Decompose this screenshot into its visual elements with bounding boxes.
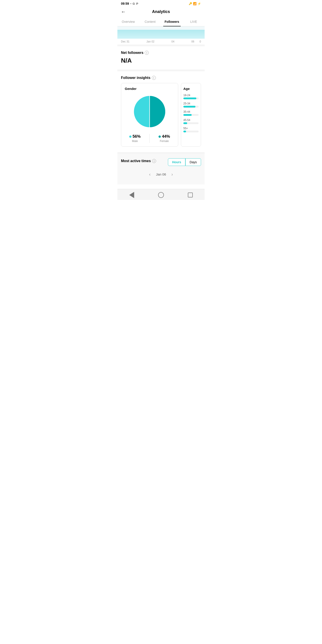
age-label-3: 45-54 [183,118,198,122]
male-percent: 56% [132,134,141,139]
age-label-1: 25-34 [183,102,198,105]
most-active-times-section: Most active times i Hours Days ‹ Jan 06 … [118,154,204,184]
age-rows: 18-24 25-34 35-44 [183,94,198,132]
back-button[interactable]: ← [121,9,126,15]
back-triangle-icon [129,192,134,198]
age-card-title: Age [183,87,198,90]
male-label: Male [132,140,138,143]
age-row-3: 45-54 [183,118,198,124]
chart-zero-label: 0 [200,40,201,43]
square-icon: ▪ [130,2,131,5]
net-followers-section: Net followers i N/A [118,46,204,70]
female-label: Female [160,140,169,143]
days-button[interactable]: Days [185,158,201,166]
age-label-4: 55+ [183,127,198,130]
legend-divider [149,134,150,143]
prev-date-button[interactable]: ‹ [149,172,151,177]
gender-card: Gender [121,83,178,147]
male-dot [129,136,132,138]
net-followers-value: N/A [121,57,201,64]
page-title: Analytics [152,10,170,14]
current-date-label: Jan 06 [156,172,166,176]
status-right-icons: 🔑 📶 ⚡ [189,2,201,5]
tab-content[interactable]: Content [139,17,161,26]
gender-card-title: Gender [125,87,174,90]
nav-recent-button[interactable] [188,192,193,198]
female-percent: 44% [162,134,170,139]
female-dot [158,136,161,138]
wifi-icon: 📶 [193,2,196,5]
google-icon: G [132,2,135,5]
pie-chart-container [125,94,174,130]
age-label-0: 18-24 [183,94,198,97]
age-row-0: 18-24 [183,94,198,99]
age-label-2: 35-44 [183,110,198,113]
section-divider-1 [118,44,204,46]
age-row-1: 25-34 [183,102,198,108]
p-icon: P [136,2,138,5]
chart-date-0: Dec 31 [121,40,130,43]
battery-icon: ⚡ [198,2,201,5]
female-legend: 44% Female [158,134,170,143]
age-bar-1 [183,106,196,108]
hours-button[interactable]: Hours [168,158,185,166]
bottom-nav-bar [118,189,204,200]
section-divider-3 [118,152,204,154]
age-bar-container-4 [183,130,198,132]
chart-date-2: 04 [172,40,174,43]
status-time: 09:59 ▪ G P [121,2,138,5]
nav-home-button[interactable] [158,192,164,198]
tab-overview[interactable]: Overview [118,17,139,26]
next-date-button[interactable]: › [172,172,173,177]
age-row-4: 55+ [183,127,198,132]
recent-square-icon [188,192,193,198]
tab-bar: Overview Content Followers LIVE [118,17,204,26]
age-bar-container-0 [183,98,198,99]
charts-row: Gender [121,83,201,147]
tab-followers[interactable]: Followers [161,17,183,26]
time-toggle-buttons: Hours Days [168,158,201,166]
follower-insights-title: Follower insights i [121,76,201,80]
age-bar-container-1 [183,106,198,108]
chart-dates: 0 Dec 31 Jan 02 04 06 [118,39,204,44]
net-followers-title: Net followers i [121,51,201,55]
most-active-header-row: Most active times i Hours Days [121,158,201,166]
section-divider-2 [118,70,204,71]
key-icon: 🔑 [189,2,192,5]
chart-date-1: Jan 02 [146,40,154,43]
age-bar-4 [183,130,186,132]
nav-back-button[interactable] [129,192,134,198]
followers-chart [118,26,204,39]
gender-pie-chart [132,94,168,130]
age-card: Age 18-24 25-34 35-44 [181,83,201,147]
most-active-info-icon[interactable]: i [152,159,156,163]
follower-insights-section: Follower insights i Gender [118,71,204,152]
gender-legend: 56% Male 44% Female [125,134,174,143]
chart-bar [118,30,204,39]
page-header: ← Analytics [118,7,204,17]
home-circle-icon [158,192,164,198]
chart-date-3: 06 [192,40,194,43]
age-row-2: 35-44 [183,110,198,116]
follower-insights-info-icon[interactable]: i [152,76,156,80]
tab-live[interactable]: LIVE [183,17,205,26]
age-bar-0 [183,98,196,99]
net-followers-info-icon[interactable]: i [145,51,149,55]
age-bar-container-2 [183,114,198,116]
most-active-title: Most active times i [121,159,156,163]
age-bar-3 [183,122,187,124]
age-bar-container-3 [183,122,198,124]
male-legend: 56% Male [129,134,141,143]
date-nav: ‹ Jan 06 › [121,170,201,179]
status-bar: 09:59 ▪ G P 🔑 📶 ⚡ [118,0,204,7]
age-bar-2 [183,114,192,116]
